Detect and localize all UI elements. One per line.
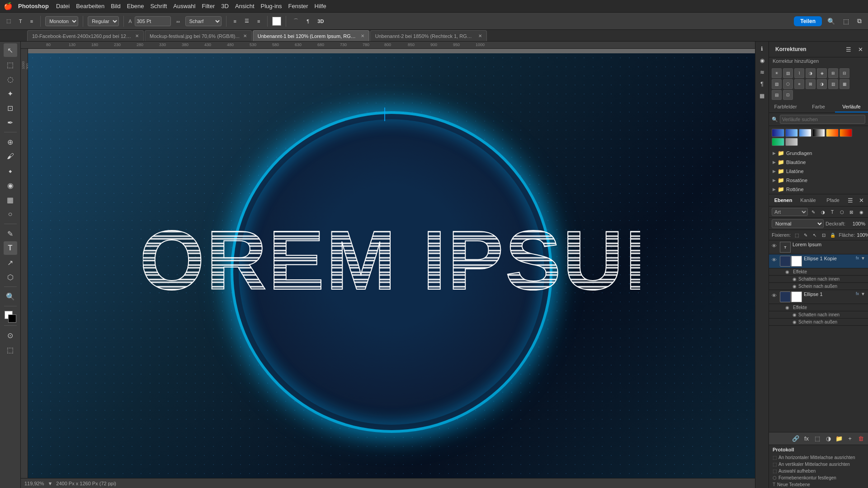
ebenen-options-btn[interactable]: ☰: [845, 195, 855, 205]
grad-swatch-0[interactable]: [772, 129, 784, 137]
layer-fx-btn[interactable]: fx: [802, 434, 811, 443]
fix-pixels-icon[interactable]: ⬚: [793, 231, 801, 239]
layer-fx-badge2[interactable]: fx: [856, 291, 859, 296]
layer-expand-btn[interactable]: ▼: [861, 256, 865, 261]
tool-icon-2[interactable]: T: [16, 18, 25, 25]
quick-mask-btn[interactable]: ⊙: [4, 328, 17, 342]
menu-3d[interactable]: 3D: [221, 3, 229, 9]
3d-btn[interactable]: 3D: [315, 18, 326, 25]
menu-ansicht[interactable]: Ansicht: [235, 3, 255, 9]
grad-swatch-4[interactable]: [826, 129, 839, 137]
align-center-btn[interactable]: ☰: [242, 17, 252, 25]
font-family-select[interactable]: Monoton: [45, 16, 78, 26]
tool-icon-1[interactable]: ⬚: [4, 17, 14, 25]
folder-lilatoene[interactable]: ▶ 📁 Lilatöne: [769, 167, 868, 176]
fix-all-icon[interactable]: 🔒: [829, 231, 837, 239]
align-left-btn[interactable]: ≡: [231, 18, 239, 25]
pen-tool-btn[interactable]: ✎: [4, 227, 17, 240]
panel-btn-5[interactable]: ▦: [757, 90, 768, 101]
corr-selectivecolor[interactable]: ⊡: [783, 90, 793, 100]
effect-vis-icon[interactable]: ◉: [793, 277, 797, 282]
filter-toggle-btn[interactable]: ◉: [857, 208, 865, 216]
tab-farbe[interactable]: Farbe: [802, 102, 835, 113]
menu-fenster[interactable]: Fenster: [288, 3, 308, 9]
heal-tool-btn[interactable]: ⊕: [4, 135, 17, 149]
fix-artboard-icon[interactable]: ⊡: [820, 231, 828, 239]
tab-0-close[interactable]: ✕: [135, 33, 139, 38]
font-style-select[interactable]: Regular: [88, 16, 119, 26]
corr-colorlookup[interactable]: ⊠: [806, 79, 816, 89]
filter-shape-btn[interactable]: ⬡: [838, 208, 846, 216]
background-color[interactable]: [8, 314, 16, 323]
crop-tool-btn[interactable]: ⊡: [4, 101, 17, 115]
warp-text-btn[interactable]: ⌒: [291, 17, 301, 25]
path-select-btn[interactable]: ↗: [4, 256, 17, 269]
corr-invert[interactable]: ◑: [817, 79, 827, 89]
sharpness-select[interactable]: Scharf: [185, 16, 222, 26]
tab-ebenen[interactable]: Ebenen: [771, 195, 796, 205]
tab-1[interactable]: Mockup-festival.jpg bei 70,6% (RGB/8)...…: [145, 30, 252, 41]
eraser-tool-btn[interactable]: ◉: [4, 178, 17, 192]
filter-adj-btn[interactable]: ◑: [819, 208, 827, 216]
menu-filter[interactable]: Filter: [202, 3, 215, 9]
menu-plugins[interactable]: Plug-ins: [261, 3, 282, 9]
effect-eye-icon[interactable]: ◉: [785, 269, 789, 274]
layer-group-btn[interactable]: 📁: [835, 434, 844, 443]
color-selector[interactable]: [5, 311, 16, 323]
menu-schrift[interactable]: Schrift: [150, 3, 167, 9]
clone-tool-btn[interactable]: ⬥: [4, 164, 17, 178]
tab-pfade[interactable]: Pfade: [821, 195, 845, 205]
corr-gradientmap[interactable]: ▤: [772, 90, 782, 100]
marquee-tool-btn[interactable]: ⬚: [4, 58, 17, 71]
korrekturen-options-btn[interactable]: ☰: [844, 44, 854, 54]
filter-type-btn[interactable]: T: [828, 208, 836, 216]
tab-farbfelder[interactable]: Farbfelder: [769, 102, 802, 113]
tab-1-close[interactable]: ✕: [243, 33, 247, 38]
filter-smart-btn[interactable]: ⊠: [847, 208, 855, 216]
folder-rosatone[interactable]: ▶ 📁 Rosatöne: [769, 176, 868, 185]
corr-levels[interactable]: ▤: [783, 68, 793, 78]
layer-ellipse-kopie[interactable]: 👁 Ellipse 1 Kopie fx ▼: [769, 254, 868, 268]
corr-channelmixer[interactable]: ≡: [794, 79, 804, 89]
align-right-btn[interactable]: ≡: [255, 18, 263, 25]
grad-swatch-5[interactable]: [840, 129, 852, 137]
layer-fx-badge[interactable]: fx: [856, 256, 859, 260]
menu-bearbeiten[interactable]: Bearbeiten: [76, 3, 104, 9]
folder-rottoene[interactable]: ▶ 📁 Rottöne: [769, 185, 868, 194]
antialiasing-btn[interactable]: ₐₐ: [174, 18, 183, 24]
brush-tool-btn[interactable]: 🖌: [4, 150, 17, 163]
corr-posterize[interactable]: ▥: [828, 79, 838, 89]
panel-btn-1[interactable]: ℹ: [757, 43, 768, 54]
korrekturen-close-btn[interactable]: ✕: [855, 44, 865, 54]
corr-exposure[interactable]: ◑: [806, 68, 816, 78]
effect-vis-icon[interactable]: ◉: [793, 319, 797, 324]
corr-hsl[interactable]: ⊞: [828, 68, 838, 78]
type-tool-btn[interactable]: T: [4, 241, 17, 255]
grad-swatch-2[interactable]: [799, 129, 811, 137]
move-tool-btn[interactable]: ↖: [4, 43, 17, 57]
dodge-tool-btn[interactable]: ○: [4, 207, 17, 221]
zoom-tool-btn[interactable]: 🔍: [4, 290, 17, 303]
layer-effect-outer-glow-e1[interactable]: ◉ Schein nach außen: [769, 319, 868, 326]
corr-brightness[interactable]: ☀: [772, 68, 782, 78]
panel-btn-4[interactable]: ¶: [757, 79, 768, 89]
protokoll-item-0[interactable]: ⬚ An horizontaler Mittelachse ausrichten: [769, 454, 868, 461]
panel-btn-3[interactable]: ≋: [757, 67, 768, 78]
effect-vis-icon[interactable]: ◉: [793, 284, 797, 289]
gradient-search-input[interactable]: [780, 115, 865, 124]
layer-effect-inner-shadow-e1[interactable]: ◉ Schatten nach innen: [769, 311, 868, 319]
protokoll-item-1[interactable]: ⬚ An vertikaler Mittelachse ausrichten: [769, 461, 868, 468]
fix-move-icon[interactable]: ↖: [811, 231, 819, 239]
layer-effect-inner-shadow-kopie[interactable]: ◉ Schatten nach innen: [769, 276, 868, 283]
grad-swatch-1[interactable]: [785, 129, 798, 137]
lasso-tool-btn[interactable]: ◌: [4, 72, 17, 86]
tab-3-close[interactable]: ✕: [478, 33, 482, 38]
screen-mode-btn[interactable]: ⬚: [4, 343, 17, 357]
layer-lorem-ipsum[interactable]: 👁 T Lorem Ipsum: [769, 240, 868, 254]
protokoll-item-3[interactable]: ⬡ Formebenenkontur festlegen: [769, 474, 868, 481]
tab-kanaele[interactable]: Kanäle: [796, 195, 821, 205]
share-button[interactable]: Teilen: [794, 16, 822, 26]
corr-curves[interactable]: ⌇: [794, 68, 804, 78]
grad-swatch-7[interactable]: [785, 138, 798, 146]
menu-hilfe[interactable]: Hilfe: [315, 3, 326, 9]
